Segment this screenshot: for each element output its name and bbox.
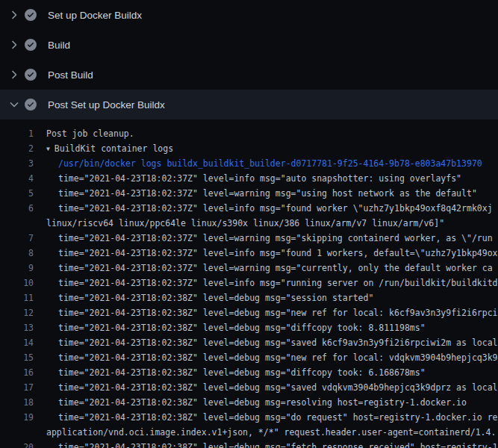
line-number[interactable]: 15 [0,350,34,365]
line-number[interactable]: 14 [0,335,34,350]
log-line-text: time="2021-04-23T18:02:38Z" level=debug … [58,395,467,410]
log-group-toggle[interactable]: ▼BuildKit container logs [46,141,173,156]
log-row-1: 1Post job cleanup. [0,126,498,141]
log-line-text: application/vnd.oci.image.index.v1+json,… [46,425,496,440]
log-line-text: time="2021-04-23T18:02:37Z" level=info m… [58,201,493,216]
line-number[interactable]: 12 [0,305,34,320]
step-header-set-up-docker-buildx[interactable]: Set up Docker Buildx [0,0,498,30]
log-line-text: Post job cleanup. [46,126,134,141]
log-line-text: time="2021-04-23T18:02:38Z" level=debug … [58,305,498,320]
log-row-8: 8time="2021-04-23T18:02:37Z" level=info … [0,246,498,261]
chevron-down-icon [7,99,21,111]
log-line-text: time="2021-04-23T18:02:37Z" level=warnin… [58,186,477,201]
line-number[interactable]: 13 [0,320,34,335]
line-number[interactable]: 2 [0,141,34,156]
step-label: Build [48,40,70,51]
log-row-20: 20time="2021-04-23T18:02:38Z" level=debu… [0,440,498,448]
line-number[interactable]: 10 [0,276,34,290]
log-row-13: 13time="2021-04-23T18:02:38Z" level=debu… [0,320,498,335]
log-line-text: time="2021-04-23T18:02:37Z" level=info m… [58,276,498,290]
log-line-text: time="2021-04-23T18:02:38Z" level=debug … [58,440,498,448]
line-number[interactable]: 11 [0,290,34,305]
line-number[interactable]: 16 [0,365,34,380]
line-number[interactable]: 17 [0,380,34,395]
line-number[interactable]: 4 [0,171,34,186]
step-header-post-build[interactable]: Post Build [0,60,498,90]
log-wrap-row: application/vnd.oci.image.index.v1+json,… [0,425,498,440]
log-row-2: 2▼BuildKit container logs [0,141,498,156]
log-line-text: time="2021-04-23T18:02:38Z" level=debug … [58,365,426,380]
log-line-text: time="2021-04-23T18:02:38Z" level=debug … [58,380,498,395]
log-line-text: time="2021-04-23T18:02:37Z" level=info m… [58,171,461,186]
log-row-4: 4time="2021-04-23T18:02:37Z" level=info … [0,171,498,186]
log-row-12: 12time="2021-04-23T18:02:38Z" level=debu… [0,305,498,320]
line-number[interactable]: 20 [0,440,34,448]
log-command-text: /usr/bin/docker logs buildx_buildkit_bui… [58,156,482,171]
log-row-17: 17time="2021-04-23T18:02:38Z" level=debu… [0,380,498,395]
line-number[interactable]: 19 [0,410,34,425]
triangle-down-icon: ▼ [46,142,50,157]
check-circle-icon [25,39,37,51]
step-label: Post Set up Docker Buildx [48,99,165,111]
log-row-11: 11time="2021-04-23T18:02:38Z" level=debu… [0,290,498,305]
log-line-text: time="2021-04-23T18:02:38Z" level=debug … [58,320,426,335]
log-wrap-row: linux/riscv64 linux/ppc64le linux/s390x … [0,216,498,231]
line-number [0,216,34,231]
log-row-10: 10time="2021-04-23T18:02:37Z" level=info… [0,276,498,290]
chevron-right-icon [7,9,21,21]
log-line-text: time="2021-04-23T18:02:38Z" level=debug … [58,350,498,365]
log-row-14: 14time="2021-04-23T18:02:38Z" level=debu… [0,335,498,350]
steps-list: Set up Docker BuildxBuildPost BuildPost … [0,0,498,119]
log-row-19: 19time="2021-04-23T18:02:38Z" level=debu… [0,410,498,425]
step-header-post-set-up-docker-buildx[interactable]: Post Set up Docker Buildx [0,90,498,119]
log-row-6: 6time="2021-04-23T18:02:37Z" level=info … [0,201,498,216]
line-number[interactable]: 3 [0,156,34,171]
log-line-text: time="2021-04-23T18:02:38Z" level=debug … [58,290,373,305]
check-circle-icon [25,99,37,111]
log-row-3: 3/usr/bin/docker logs buildx_buildkit_bu… [0,156,498,171]
log-row-5: 5time="2021-04-23T18:02:37Z" level=warni… [0,186,498,201]
log-line-text: linux/riscv64 linux/ppc64le linux/s390x … [46,216,444,231]
step-label: Set up Docker Buildx [48,10,142,21]
log-group-label: BuildKit container logs [55,143,173,154]
line-number[interactable]: 18 [0,395,34,410]
check-circle-icon [25,9,37,21]
log-row-9: 9time="2021-04-23T18:02:37Z" level=warni… [0,261,498,276]
check-circle-icon [25,69,37,81]
log-viewer: 1Post job cleanup.2▼BuildKit container l… [0,119,498,448]
line-number[interactable]: 6 [0,201,34,216]
log-line-text: time="2021-04-23T18:02:37Z" level=info m… [58,246,498,261]
chevron-right-icon [7,69,21,81]
log-row-15: 15time="2021-04-23T18:02:38Z" level=debu… [0,350,498,365]
line-number[interactable]: 8 [0,246,34,261]
line-number[interactable]: 7 [0,231,34,246]
line-number[interactable]: 5 [0,186,34,201]
step-label: Post Build [48,69,93,81]
log-row-18: 18time="2021-04-23T18:02:38Z" level=debu… [0,395,498,410]
log-line-text: time="2021-04-23T18:02:38Z" level=debug … [58,335,498,350]
log-line-text: time="2021-04-23T18:02:38Z" level=debug … [58,410,498,425]
log-row-16: 16time="2021-04-23T18:02:38Z" level=debu… [0,365,498,380]
log-row-7: 7time="2021-04-23T18:02:37Z" level=warni… [0,231,498,246]
step-header-build[interactable]: Build [0,30,498,60]
log-line-text: time="2021-04-23T18:02:37Z" level=warnin… [58,261,493,276]
log-line-text: time="2021-04-23T18:02:37Z" level=warnin… [58,231,493,246]
line-number [0,425,34,440]
line-number[interactable]: 9 [0,261,34,276]
line-number[interactable]: 1 [0,126,34,141]
chevron-right-icon [7,39,21,51]
